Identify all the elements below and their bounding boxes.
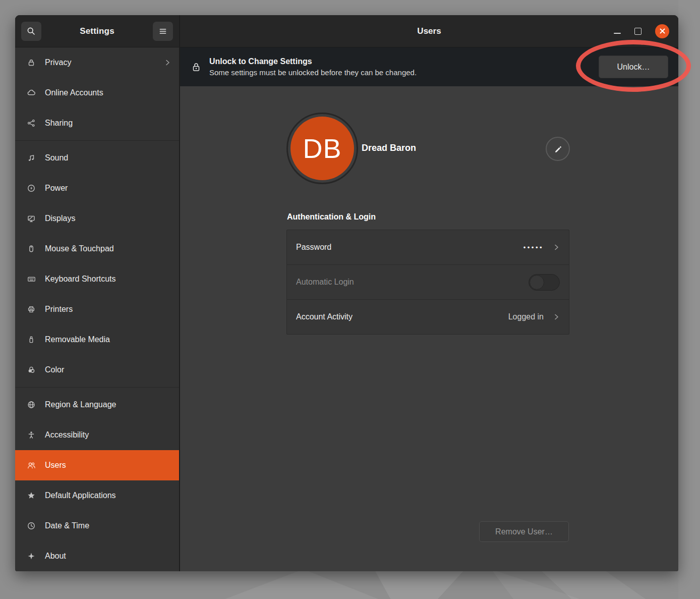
- search-icon: [26, 26, 36, 36]
- sidebar-item-label: Removable Media: [45, 335, 171, 344]
- minimize-icon: [614, 33, 621, 34]
- wallpaper-shape: [212, 569, 378, 599]
- unlock-banner-title: Unlock to Change Settings: [209, 57, 591, 66]
- maximize-icon: [634, 28, 641, 35]
- sidebar-item-mouse-touchpad[interactable]: Mouse & Touchpad: [15, 234, 179, 264]
- chevron-right-icon: [554, 313, 560, 320]
- automatic-login-toggle[interactable]: [529, 274, 560, 291]
- sidebar-item-default-applications[interactable]: Default Applications: [15, 480, 179, 511]
- mouse-icon: [26, 244, 36, 254]
- sidebar-item-label: About: [45, 552, 171, 561]
- sidebar-item-region-language[interactable]: Region & Language: [15, 390, 179, 420]
- password-dots: •••••: [523, 244, 544, 251]
- sidebar: Settings Privacy Onl: [15, 15, 180, 571]
- unlock-banner: Unlock to Change Settings Some settings …: [180, 47, 678, 86]
- sidebar-item-label: Power: [45, 184, 171, 193]
- chevron-right-icon: [165, 59, 171, 66]
- hamburger-menu-icon: [158, 26, 168, 36]
- close-button[interactable]: [655, 24, 669, 38]
- primary-menu-button[interactable]: [153, 22, 173, 41]
- avatar: DB: [290, 117, 354, 180]
- close-icon: [659, 28, 666, 34]
- sidebar-item-label: Default Applications: [45, 491, 171, 500]
- sidebar-item-online-accounts[interactable]: Online Accounts: [15, 78, 179, 108]
- sidebar-item-label: Users: [45, 461, 171, 470]
- toggle-knob: [530, 275, 544, 290]
- sidebar-item-keyboard-shortcuts[interactable]: Keyboard Shortcuts: [15, 264, 179, 294]
- clock-icon: [26, 521, 36, 531]
- automatic-login-label: Automatic Login: [296, 278, 522, 287]
- wallpaper-shape: [678, 0, 700, 599]
- music-note-icon: [26, 153, 36, 163]
- sidebar-item-label: Privacy: [45, 58, 156, 67]
- printer-icon: [26, 304, 36, 314]
- sidebar-item-label: Sound: [45, 153, 171, 162]
- star-icon: [26, 491, 36, 501]
- maximize-button[interactable]: [634, 28, 641, 35]
- sidebar-nav-list: Privacy Online Accounts Sharing: [15, 47, 179, 571]
- window-controls: [614, 15, 669, 47]
- sidebar-item-displays[interactable]: Displays: [15, 203, 179, 234]
- wallpaper-shape: [374, 569, 465, 599]
- sidebar-item-privacy[interactable]: Privacy: [15, 47, 179, 78]
- account-activity-row[interactable]: Account Activity Logged in: [287, 300, 569, 334]
- sidebar-separator: [15, 140, 179, 141]
- user-full-name: Dread Baron: [362, 143, 416, 153]
- sidebar-item-label: Keyboard Shortcuts: [45, 275, 171, 284]
- sidebar-app-title: Settings: [44, 26, 150, 36]
- padlock-icon: [191, 62, 201, 73]
- main-panel: Users Unlock to Change Settings Some set…: [180, 15, 678, 571]
- globe-icon: [26, 400, 36, 410]
- share-nodes-icon: [26, 118, 36, 128]
- sidebar-item-label: Mouse & Touchpad: [45, 244, 171, 253]
- edit-name-button[interactable]: [546, 137, 570, 161]
- sidebar-item-about[interactable]: About: [15, 541, 179, 571]
- wallpaper-shape: [540, 569, 646, 599]
- page-title: Users: [417, 26, 441, 36]
- avatar-ring: DB: [286, 113, 358, 184]
- sidebar-item-label: Displays: [45, 214, 171, 223]
- sidebar-item-date-time[interactable]: Date & Time: [15, 511, 179, 541]
- sidebar-item-label: Color: [45, 365, 171, 374]
- chevron-right-icon: [554, 244, 560, 251]
- sidebar-item-label: Accessibility: [45, 430, 171, 440]
- section-heading: Authentication & Login: [287, 212, 376, 222]
- usb-drive-icon: [26, 335, 36, 345]
- users-content: DB Dread Baron Authentication & Login Pa…: [180, 86, 678, 571]
- sidebar-item-sharing[interactable]: Sharing: [15, 108, 179, 138]
- power-bolt-icon: [26, 183, 36, 193]
- sidebar-item-sound[interactable]: Sound: [15, 143, 179, 173]
- sidebar-item-printers[interactable]: Printers: [15, 294, 179, 324]
- auth-panel: Password ••••• Automatic Login Account A…: [286, 230, 569, 335]
- lock-icon: [26, 58, 36, 68]
- accessibility-person-icon: [26, 430, 36, 440]
- sidebar-item-users[interactable]: Users: [15, 450, 179, 480]
- account-activity-value: Logged in: [508, 312, 544, 321]
- wallpaper-shape: [469, 569, 580, 599]
- password-row[interactable]: Password •••••: [287, 230, 569, 265]
- color-circles-icon: [26, 365, 36, 375]
- sidebar-item-label: Region & Language: [45, 400, 171, 409]
- sidebar-item-label: Sharing: [45, 119, 171, 128]
- titlebar: Users: [180, 15, 678, 47]
- pencil-icon: [553, 144, 562, 153]
- sidebar-item-color[interactable]: Color: [15, 355, 179, 385]
- automatic-login-row: Automatic Login: [287, 265, 569, 300]
- settings-window: Settings Privacy Onl: [15, 15, 678, 571]
- sidebar-separator: [15, 387, 179, 388]
- minimize-button[interactable]: [614, 29, 621, 34]
- users-icon: [26, 460, 36, 470]
- sidebar-header: Settings: [15, 15, 179, 47]
- sidebar-item-accessibility[interactable]: Accessibility: [15, 420, 179, 450]
- remove-user-button[interactable]: Remove User…: [479, 521, 569, 542]
- password-label: Password: [296, 243, 517, 252]
- search-button[interactable]: [21, 22, 41, 41]
- sidebar-item-removable-media[interactable]: Removable Media: [15, 324, 179, 355]
- monitor-icon: [26, 213, 36, 224]
- sidebar-item-label: Date & Time: [45, 521, 171, 530]
- unlock-button[interactable]: Unlock…: [599, 56, 668, 78]
- unlock-banner-text: Unlock to Change Settings Some settings …: [209, 57, 591, 77]
- sidebar-item-power[interactable]: Power: [15, 173, 179, 203]
- sidebar-item-label: Printers: [45, 305, 171, 314]
- account-activity-label: Account Activity: [296, 312, 502, 321]
